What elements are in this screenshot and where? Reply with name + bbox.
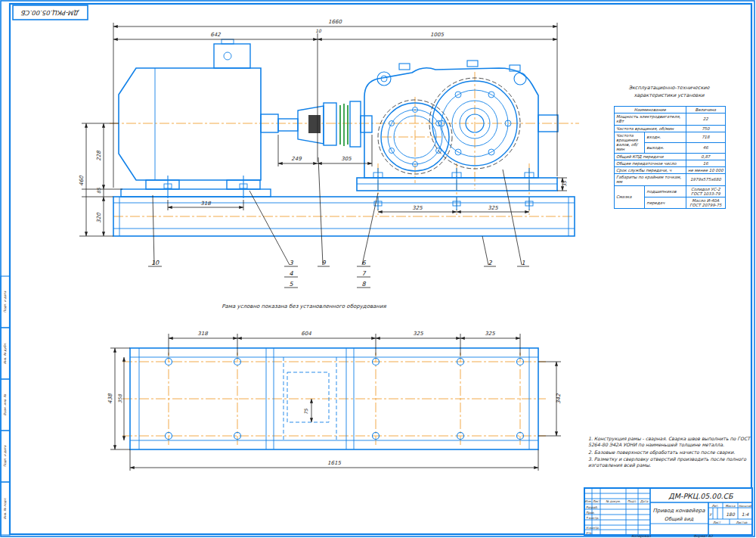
dim-plate: 85 [96,187,101,194]
tb-mass-label: Масса [726,504,736,508]
spec-row: Общий КПД передачи 0,87 [615,153,726,160]
edge-stamp-label: Подп. и дата [3,445,7,467]
title-block: Изм. Лист № докум. Подп. Дата Разраб. Пр… [584,488,752,538]
dim-foot1: 325 [412,205,423,211]
note-2: 2. Базовые поверхности обработать начист… [588,449,751,456]
plan-dim-width-outer: 438 [107,393,113,404]
tb-col-doc: № докум. [606,499,621,503]
spec-r8b-value: Масло И-40А ГОСТ 20799-75 [686,197,725,209]
spec-r1-label: Мощность электродвигателя, кВт [615,114,686,125]
dim-axis-height: 228 [96,151,102,161]
spec-row: Габариты по крайним точкам, мм 1979х575х… [615,174,726,185]
spec-r7-value: 1979х575х680 [686,174,725,185]
note-3: 3. Разметку и сверловку отверстий произв… [588,456,751,469]
plan-view-caption: Рама условно показана без установленного… [222,303,386,309]
edge-stamp-label: Инв. № дубл. [3,342,7,364]
spec-r2-value: 750 [686,125,725,132]
dim-foot2: 325 [488,205,498,211]
plan-dim-1: 318 [197,331,208,337]
plan-dim-total: 1615 [327,460,341,466]
spec-r8-label: Смазка [615,185,645,209]
tb-mass-value: 180 [726,512,736,517]
tb-name: Привод конвейера [653,508,706,514]
plan-dim-3: 325 [413,331,423,337]
drawing-sheet: Подп. и дата Инв. № дубл. Взам. инв. № П… [0,0,756,538]
spec-r3-label: Частота вращения валов, об/мин [615,132,645,153]
tb-row-nkontr: Н.контр. [586,526,600,530]
edge-stamp-label: Взам. инв. № [3,393,7,415]
spec-table-title: Эксплуатационно-технические характеристи… [597,85,741,100]
tb-col-podp: Подп. [627,499,637,503]
dim-coupling-left: 249 [291,156,302,162]
tb-scale-label: Масштаб [739,505,752,508]
spec-r2-label: Частота вращения, об/мин [615,125,686,132]
spec-r1-value: 22 [686,114,725,125]
tb-lit-label: Лит. [711,504,718,508]
plan-dim-width-inner: 358 [117,393,122,403]
spec-r6-value: не менее 10 000 [686,167,725,174]
spec-r4-label: Общий КПД передачи [615,153,686,160]
balloon-10: 10 [151,260,160,266]
tb-row-utv: Утв. [586,531,592,535]
spec-r4-value: 0,87 [686,153,725,160]
tb-sheets-label: Листов [736,521,748,524]
dim-coupling-right: 305 [341,156,352,162]
spec-r8a-value: Солидол УС-2 ГОСТ 1033-79 [686,185,725,197]
spec-row: Частота вращения, об/мин 750 [615,125,726,132]
spec-r3a-label: входн. [645,132,686,142]
balloon-1: 1 [521,260,525,266]
dim-motor-bolts: 318 [200,201,211,207]
tb-kopiroval: Копировал [631,534,652,538]
spec-r3a-value: 718 [686,132,725,142]
spec-r7-label: Габариты по крайним точкам, мм [615,174,686,185]
spec-row: Срок службы передачи, ч не менее 10 000 [615,167,726,174]
edge-stamp-label: Подп. и дата [3,291,7,313]
tb-col-data: Дата [640,499,649,503]
spec-row: Общее передаточное число 16 [615,160,726,166]
spec-r8b-label: передач [645,197,686,209]
spec-r5-label: Общее передаточное число [615,160,686,166]
tb-row-tkontr: Т.контр. [586,516,599,520]
spec-row: Смазка подшипников Солидол УС-2 ГОСТ 103… [615,185,726,197]
spec-r6-label: Срок службы передачи, ч [615,167,686,174]
plan-dim-mid: 75 [303,408,308,415]
dim-total-height: 460 [79,176,85,186]
tb-sheet-label: Лист [713,521,721,524]
technical-notes: 1. Конструкция рамы - сварная. Сварка шв… [588,436,751,470]
edge-stamp-label: Инв. № подл. [3,497,7,520]
dim-plate-right: 35 [562,180,567,187]
tb-row-razrab: Разраб. [586,505,598,509]
spec-header-row: Наименование Величина [615,107,726,114]
tb-format: Формат A2 [693,534,714,538]
tb-subtitle: Общий вид [665,516,694,522]
spec-r3b-value: 46 [686,142,725,153]
tb-row-prov: Пров. [586,511,595,515]
plan-dim-2: 604 [301,331,311,337]
spec-title-line2: характеристики установки [634,92,704,98]
dim-beam: 320 [96,213,102,223]
plan-dim-4: 325 [485,331,495,337]
note-1: 1. Конструкция рамы - сварная. Сварка шв… [588,436,751,449]
spec-col-value: Величина [686,107,725,114]
spec-row: Частота вращения валов, об/мин входн. 71… [615,132,726,142]
tb-col-list: Лист [593,499,601,503]
dim-right: 1005 [430,32,444,38]
tb-scale-value: 1:4 [742,512,749,517]
tb-doc-number: ДМ-РКЦ.05.00.СБ [668,492,734,500]
tb-col-izm: Изм. [584,499,591,503]
spec-r8a-label: подшипников [645,185,686,197]
spec-r5-value: 16 [686,160,725,166]
spec-r3b-label: выходн. [645,142,686,153]
spec-col-name: Наименование [615,107,686,114]
corner-stamp-doc-number: ДМ-РКЦ.05.00.СБ [20,9,79,17]
spec-title-line1: Эксплуатационно-технические [628,85,709,91]
spec-table: Наименование Величина Мощность электродв… [614,106,726,209]
spec-row: Мощность электродвигателя, кВт 22 [615,114,726,125]
plan-dim-width-right: 342 [556,393,562,404]
dim-overall: 1660 [328,19,342,25]
coupling-section-hatch [308,115,321,133]
dim-left: 642 [210,32,221,38]
dim-gap: 10 [315,28,322,33]
